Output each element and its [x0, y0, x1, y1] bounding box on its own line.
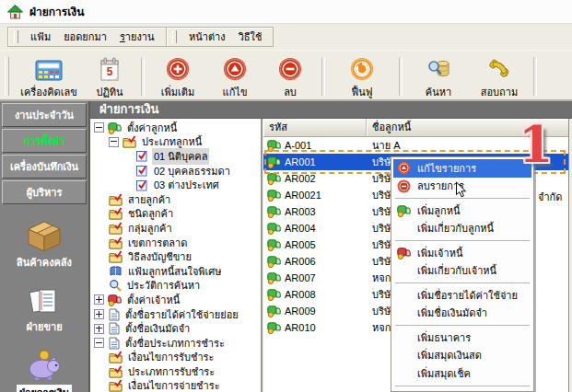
search-database-button[interactable]: ค้นหา [407, 55, 470, 100]
toolbar-button-label: แก้ไข [223, 84, 248, 100]
sidebar-button-4[interactable]: ผู้บริหาร [2, 180, 87, 204]
tree-indent [90, 242, 109, 243]
tree-indent [90, 156, 123, 156]
delete-circle-button[interactable]: ลบ [263, 55, 317, 100]
menu-item[interactable]: แฟ้ม [24, 27, 57, 47]
menu-item[interactable]: หน้าต่าง [182, 27, 232, 47]
tree-indent [90, 170, 123, 171]
tree-expander-minus-icon[interactable] [109, 137, 119, 147]
tree-item[interactable]: 02 บุคคลธรรมดา [90, 164, 261, 179]
debtor-truck-icon [267, 288, 281, 301]
settings-tree: ตั้งค่าลูกหนี้ประเภทลูกหนี้01 นิติบุคคล0… [90, 119, 263, 392]
calendar-button[interactable]: 5ปฏิทิน [83, 55, 136, 100]
tree-item[interactable]: 01 นิติบุคคล [90, 149, 261, 164]
add-circle-icon [166, 56, 190, 81]
box-icon [27, 221, 62, 252]
tree-expander-plus-icon[interactable] [94, 324, 104, 334]
sidebar-module-3[interactable]: ฝ่ายการเงิน [17, 350, 72, 392]
tree-item[interactable]: ประเภทการรับชำระ [90, 364, 261, 379]
debtor-truck-icon [267, 238, 281, 251]
context-menu-item[interactable]: เพิ่มลูกหนี้ [393, 202, 531, 220]
context-menu-item[interactable]: เพิ่มธนาคาร [393, 329, 531, 347]
tree-indent [90, 271, 109, 271]
phone-button[interactable]: สอบถาม [470, 55, 529, 100]
title-bar: ฝ่ายการเงิน [0, 0, 572, 24]
context-menu-item-label: เพิ่มเกี่ยวกับเจ้าหนี้ [417, 262, 496, 279]
folder-check-icon [109, 351, 123, 363]
tree-indent [123, 185, 135, 186]
context-menu-item[interactable]: เพิ่มเกี่ยวกับเจ้าหนี้ [393, 262, 531, 281]
tree-expander-plus-icon[interactable] [94, 309, 104, 319]
edit-circle-button[interactable]: แก้ไข [206, 55, 263, 100]
phone-icon [487, 56, 512, 81]
tree-item[interactable]: ตั้งค่าลูกหนี้ [90, 121, 261, 135]
debtor-truck-icon [267, 321, 281, 334]
calculator-button[interactable]: เครื่องคิดเลข [15, 55, 83, 100]
tree-item[interactable]: กลุ่มลูกค้า [90, 221, 261, 236]
toolbar-separator [399, 57, 403, 96]
context-menu-item[interactable]: เพิ่มสมุดเช็ค [393, 364, 531, 383]
tree-item[interactable]: ชนิดลูกค้า [90, 207, 261, 222]
no-icon [395, 330, 413, 345]
tree-item[interactable]: ตั้งชื่อประเภทการชำระ [90, 336, 261, 351]
context-menu-separator [393, 322, 531, 329]
table-cell-code: AR005 [263, 238, 367, 251]
menu-item[interactable]: รายงาน [113, 27, 161, 47]
add-circle-button[interactable]: เพิ่มเติม [149, 55, 206, 100]
folder-check-icon [109, 193, 123, 206]
sidebar-button-3[interactable]: เครื่องบันทึกเงิน [2, 155, 87, 179]
tree-item[interactable]: ประวัติการค้นหา [90, 279, 261, 294]
tree-item[interactable]: เงื่อนไขการรับชำระ [90, 351, 261, 365]
debtor-code: AR002 [285, 173, 316, 184]
menu-item[interactable]: ยอดยกมา [57, 27, 113, 47]
tree-item[interactable]: ตั้งค่าเจ้าหนี้ [90, 293, 261, 307]
no-icon [395, 221, 413, 236]
sidebar-module-2[interactable]: ฝ่ายขาย [23, 285, 64, 335]
tree-expander-plus-icon[interactable] [94, 294, 104, 305]
documents-icon [29, 285, 60, 317]
table-cell-code: AR002 [263, 172, 367, 185]
table-cell-code: AR007 [263, 271, 367, 284]
context-menu-item[interactable]: เพิ่มชื่อเงินมัดจำ [393, 305, 531, 323]
context-menu-item-label: เพิ่มสมุดเงินสด [417, 347, 482, 363]
context-menu-item[interactable]: เพิ่มชื่อรายได้ค่าใช้จ่าย [393, 286, 531, 305]
menu-bar: แฟ้มยอดยกมารายงานเครื่องมือ หน้าต่างวิธี… [0, 24, 572, 50]
tree-item[interactable]: วิธีลงบัญชีขาย [90, 249, 261, 264]
doc-lines-icon [108, 308, 120, 321]
svg-text:5: 5 [107, 65, 113, 78]
no-icon [395, 348, 413, 363]
tree-item[interactable]: เงื่อนไขการจ่ายชำระ [90, 379, 261, 392]
column-header-code[interactable]: รหัส [263, 119, 367, 136]
tree-expander-minus-icon[interactable] [94, 122, 104, 133]
menu-item[interactable]: วิธีใช้ [232, 27, 269, 47]
sidebar-button-2[interactable]: การตั้งค่า [2, 129, 87, 153]
tree-item[interactable]: ประเภทลูกหนี้ [90, 135, 261, 150]
refresh-circle-icon [350, 56, 374, 81]
debtor-code: AR007 [285, 272, 316, 283]
sidebar-module-1[interactable]: สินค้าคงคลัง [14, 221, 75, 271]
tree-indent [90, 199, 109, 200]
tree-item[interactable]: 03 ต่างประเทศ [90, 178, 261, 192]
tree-item[interactable]: เขตการตลาด [90, 236, 261, 250]
tree-item[interactable]: สายลูกค้า [90, 192, 261, 207]
context-menu-item[interactable]: เพิ่มสมุดเงินสด [393, 347, 531, 365]
tree-expander-minus-icon[interactable] [94, 338, 104, 348]
context-menu-item[interactable]: เพิ่มเจ้าหนี้ [393, 244, 531, 262]
debtor-truck-icon [267, 271, 281, 284]
creditor-truck-icon [108, 294, 122, 306]
menu-group-grip [172, 30, 177, 43]
context-menu-separator [393, 237, 531, 244]
table-cell-code: AR0021 [263, 189, 367, 202]
tree-item[interactable]: แฟ้มลูกหนี้สนใจพิเศษ [90, 264, 261, 279]
debtor-code: AR008 [285, 289, 316, 300]
context-menu-item[interactable]: แก้ไขรายการ [393, 159, 531, 178]
tree-item[interactable]: ตั้งชื่อรายได้ค่าใช้จ่ายย่อย [90, 307, 261, 322]
sidebar-button-1[interactable]: งานประจำวัน [2, 103, 87, 127]
refresh-circle-button[interactable]: ฟื้นฟู [330, 55, 394, 100]
search-database-icon [426, 56, 451, 81]
tree-item[interactable]: ตั้งชื่อเงินมัดจำ [90, 321, 261, 336]
table-cell-code: AR006 [263, 255, 367, 268]
context-menu-item[interactable]: เพิ่มเกี่ยวกับลูกหนี้ [393, 220, 531, 238]
table-cell-code: AR008 [263, 288, 367, 301]
debtor-truck-icon [267, 255, 281, 268]
